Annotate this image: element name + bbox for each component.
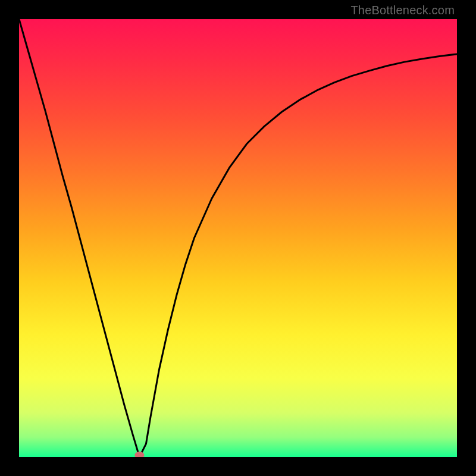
gradient-background [19,19,457,457]
attribution-label: TheBottleneck.com [350,4,455,17]
plot-area [19,19,457,457]
chart-svg [19,19,457,457]
chart-frame: TheBottleneck.com [0,0,476,476]
